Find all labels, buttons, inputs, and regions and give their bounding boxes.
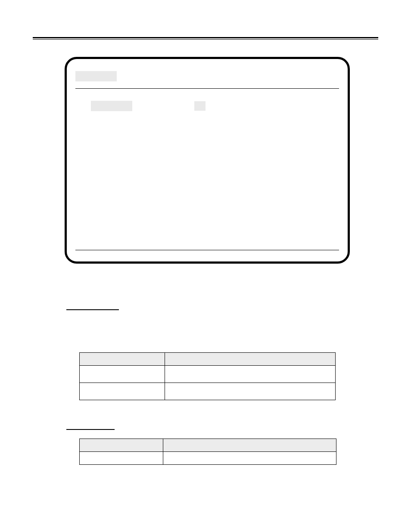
- table-row: [80, 439, 336, 452]
- table-1-cell: [80, 366, 165, 383]
- content-box-inner: [75, 71, 339, 250]
- content-box-row: [75, 101, 339, 111]
- table-1-cell: [165, 383, 336, 400]
- table-1-cell: [165, 366, 336, 383]
- row-highlight-a: [91, 101, 132, 111]
- content-box-header-rule: [75, 88, 339, 89]
- table-row: [80, 452, 336, 465]
- content-box: [65, 57, 350, 264]
- header-highlight: [75, 71, 117, 81]
- page: [0, 0, 411, 532]
- table-1-cell: [80, 383, 165, 400]
- table-1: [79, 352, 336, 400]
- table-1-header-1: [80, 353, 165, 366]
- table-2-header-2: [163, 439, 336, 452]
- content-box-header: [75, 71, 339, 86]
- table-2: [79, 439, 336, 465]
- content-box-footer-rule: [75, 250, 339, 250]
- page-top-rule: [33, 37, 378, 40]
- table-1-header-2: [165, 353, 336, 366]
- table-row: [80, 366, 336, 383]
- table-row: [80, 383, 336, 400]
- section-2-underline: [66, 429, 115, 430]
- row-highlight-b: [194, 101, 206, 111]
- section-1-underline: [66, 309, 119, 310]
- table-2-header-1: [80, 439, 163, 452]
- table-row: [80, 353, 336, 366]
- table-2-cell: [163, 452, 336, 465]
- table-2-cell: [80, 452, 163, 465]
